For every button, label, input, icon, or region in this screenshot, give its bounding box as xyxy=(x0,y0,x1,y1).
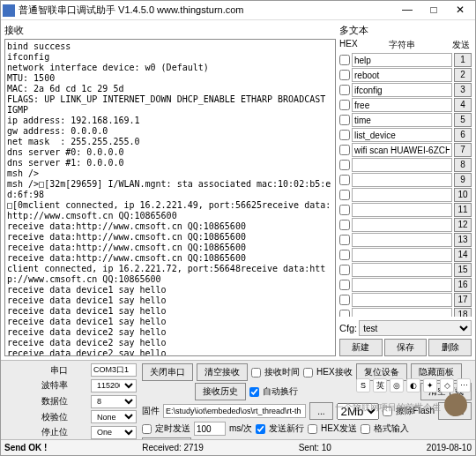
row-text-input[interactable] xyxy=(352,128,452,142)
row-hex-check[interactable] xyxy=(339,295,350,305)
row-send-button[interactable]: 17 xyxy=(454,293,472,307)
databit-select[interactable]: 8 xyxy=(91,395,137,408)
recv-history-button[interactable]: 接收历史 xyxy=(195,383,246,400)
browse-button[interactable]: ... xyxy=(309,402,332,420)
multi-row: 10 xyxy=(339,188,472,202)
row-send-button[interactable]: 6 xyxy=(454,128,472,142)
row-hex-check[interactable] xyxy=(339,220,350,230)
row-text-input[interactable] xyxy=(352,98,452,112)
row-hex-check[interactable] xyxy=(339,205,350,215)
row-text-input[interactable] xyxy=(352,278,452,292)
multi-row: 17 xyxy=(339,293,472,307)
clear-recv-button[interactable]: 清空接收 xyxy=(197,363,248,381)
row-hex-check[interactable] xyxy=(339,175,350,185)
row-send-button[interactable]: 10 xyxy=(454,188,472,202)
row-send-button[interactable]: 15 xyxy=(454,263,472,277)
recv-time-check[interactable] xyxy=(251,368,261,378)
row-send-button[interactable]: 14 xyxy=(454,248,472,262)
row-hex-check[interactable] xyxy=(339,85,350,95)
row-send-button[interactable]: 3 xyxy=(454,83,472,97)
row-hex-check[interactable] xyxy=(339,310,350,317)
row-text-input[interactable] xyxy=(352,173,452,187)
row-text-input[interactable] xyxy=(352,218,452,232)
tray-icon[interactable]: 英 xyxy=(373,378,387,392)
format-input-check[interactable] xyxy=(361,424,370,434)
row-hex-check[interactable] xyxy=(339,145,350,155)
row-hex-check[interactable] xyxy=(339,130,350,140)
delete-cfg-button[interactable]: 删除 xyxy=(428,339,472,356)
interval-input[interactable] xyxy=(194,422,226,436)
row-send-button[interactable]: 1 xyxy=(454,53,472,67)
tray-icon[interactable]: S xyxy=(356,378,370,392)
multitext-label: 多文本 xyxy=(339,24,472,37)
row-hex-check[interactable] xyxy=(339,55,350,65)
row-text-input[interactable] xyxy=(352,188,452,202)
row-text-input[interactable] xyxy=(352,203,452,217)
row-hex-check[interactable] xyxy=(339,280,350,290)
multi-row: 16 xyxy=(339,278,472,292)
row-text-input[interactable] xyxy=(352,263,452,277)
maximize-button[interactable]: □ xyxy=(420,3,447,19)
tray-icon[interactable]: ◇ xyxy=(440,378,454,392)
loop-send-check[interactable] xyxy=(142,424,152,434)
row-send-button[interactable]: 16 xyxy=(454,278,472,292)
receive-log[interactable]: bind success ifconfig network interface … xyxy=(4,39,336,356)
row-hex-check[interactable] xyxy=(339,160,350,170)
row-text-input[interactable] xyxy=(352,293,452,307)
row-hex-check[interactable] xyxy=(339,115,350,125)
status-received: Received: 2719 xyxy=(142,443,204,452)
multi-row: 7 xyxy=(339,143,472,157)
row-send-button[interactable]: 13 xyxy=(454,233,472,247)
minimize-button[interactable]: — xyxy=(394,3,420,19)
app-icon xyxy=(3,4,15,17)
row-hex-check[interactable] xyxy=(339,235,350,245)
save-cfg-button[interactable]: 保存 xyxy=(384,339,428,356)
row-text-input[interactable] xyxy=(352,248,452,262)
row-hex-check[interactable] xyxy=(339,250,350,260)
stop-select[interactable]: One xyxy=(91,426,137,439)
auto-scroll-check[interactable] xyxy=(249,387,259,397)
baud-label: 波特率 xyxy=(4,379,68,392)
hex-send-check[interactable] xyxy=(308,424,317,434)
firmware-label: 固件 xyxy=(142,405,160,417)
row-hex-check[interactable] xyxy=(339,265,350,275)
row-text-input[interactable] xyxy=(352,83,452,97)
row-text-input[interactable] xyxy=(352,68,452,82)
close-button[interactable]: ✕ xyxy=(447,3,473,19)
newline-check[interactable] xyxy=(256,424,265,434)
row-hex-check[interactable] xyxy=(339,70,350,80)
row-send-button[interactable]: 4 xyxy=(454,98,472,112)
row-send-button[interactable]: 8 xyxy=(454,158,472,172)
row-send-button[interactable]: 12 xyxy=(454,218,472,232)
new-cfg-button[interactable]: 新建 xyxy=(339,339,383,356)
close-port-button[interactable]: 关闭串口 xyxy=(142,363,193,381)
tray-icon[interactable]: ⋯ xyxy=(457,378,471,392)
row-text-input[interactable] xyxy=(352,308,452,317)
row-hex-check[interactable] xyxy=(339,190,350,200)
tray-icon[interactable]: ✦ xyxy=(423,378,437,392)
row-text-input[interactable] xyxy=(352,113,452,127)
row-text-input[interactable] xyxy=(352,53,452,67)
firmware-path[interactable] xyxy=(163,404,306,418)
tray-icon[interactable]: ◐ xyxy=(406,378,420,392)
row-text-input[interactable] xyxy=(352,233,452,247)
row-send-button[interactable]: 7 xyxy=(454,143,472,157)
check-select[interactable]: None xyxy=(91,410,137,423)
row-hex-check[interactable] xyxy=(339,100,350,110)
baud-select[interactable]: 115200 xyxy=(91,379,137,392)
row-send-button[interactable]: 9 xyxy=(454,173,472,187)
hex-recv-check[interactable] xyxy=(303,368,313,378)
status-sent: Sent: 10 xyxy=(299,443,331,452)
overlay-caption: 一个物联网项目的前世今生 xyxy=(335,401,441,414)
cfg-select[interactable]: test xyxy=(359,320,472,336)
row-send-button[interactable]: 2 xyxy=(454,68,472,82)
status-bar: Send OK ! Received: 2719 Sent: 10 2019-0… xyxy=(1,439,475,455)
row-text-input[interactable] xyxy=(352,158,452,172)
row-send-button[interactable]: 5 xyxy=(454,113,472,127)
window-title: 普通智联串口调试助手 V1.4.5.0 www.thingsturn.com xyxy=(19,4,394,17)
row-send-button[interactable]: 11 xyxy=(454,203,472,217)
row-text-input[interactable] xyxy=(352,143,452,157)
tray-icon[interactable]: ◎ xyxy=(390,378,404,392)
port-value[interactable] xyxy=(91,363,137,377)
row-send-button[interactable]: 18 xyxy=(454,308,472,317)
